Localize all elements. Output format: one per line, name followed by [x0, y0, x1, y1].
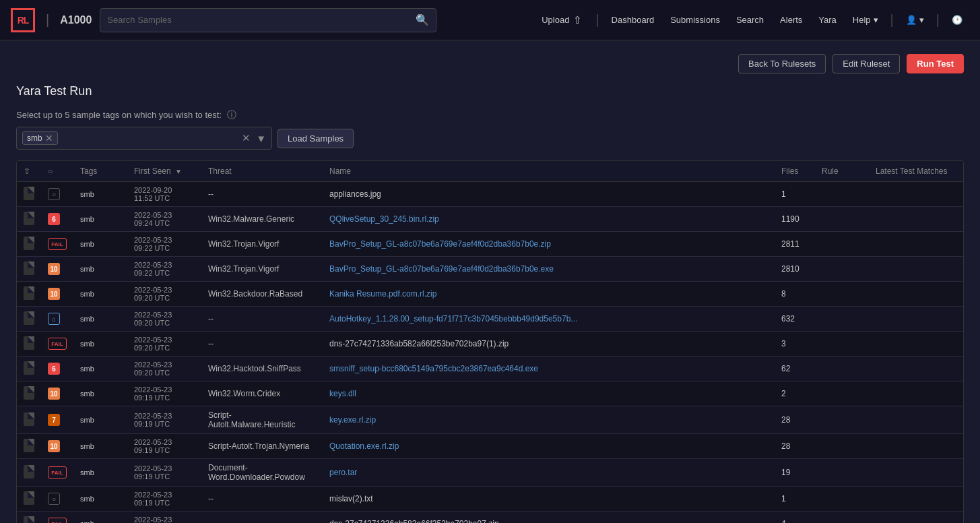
threat-cell: Script-Autolt.Malware.Heuristic: [201, 406, 323, 434]
history-button[interactable]: 🕑: [945, 11, 969, 29]
files-cell: 632: [775, 307, 815, 332]
rule-cell: [815, 207, 869, 232]
first-seen-cell: 2022-05-2309:19 UTC: [127, 406, 201, 434]
files-count: 1: [781, 494, 786, 503]
logo-icon: RL: [11, 8, 35, 32]
tag-value: smb: [80, 442, 94, 450]
name-cell[interactable]: QQliveSetup_30_245.bin.rl.zip: [323, 207, 775, 232]
name-cell[interactable]: key.exe.rl.zip: [323, 406, 775, 434]
badge-cell: FAIL: [41, 332, 73, 357]
threat-value: Script-Autolt.Malware.Heuristic: [208, 410, 295, 429]
back-to-rulesets-button[interactable]: Back To Rulesets: [738, 54, 826, 73]
col-header-first-seen[interactable]: First Seen ▼: [127, 161, 201, 182]
col-header-sort-up[interactable]: ⇧: [17, 161, 41, 182]
file-name-link[interactable]: keys.dll: [329, 389, 356, 398]
tag-cell: smb: [73, 182, 127, 207]
name-cell[interactable]: keys.dll: [323, 381, 775, 406]
nav-yara[interactable]: Yara: [812, 11, 843, 29]
logo[interactable]: RL: [11, 8, 35, 32]
files-count: 28: [781, 441, 790, 451]
file-name-link[interactable]: smsniff_setup-bcc680c5149a795cbc2e3867ea…: [329, 364, 538, 373]
name-cell[interactable]: appliances.jpg: [323, 182, 775, 207]
tag-chip-remove[interactable]: ✕: [45, 133, 53, 143]
rule-cell: [815, 381, 869, 406]
name-cell[interactable]: Quotation.exe.rl.zip: [323, 434, 775, 459]
file-name-link[interactable]: QQliveSetup_30_245.bin.rl.zip: [329, 214, 439, 224]
tag-cell: smb: [73, 459, 127, 487]
col-header-circle: ○: [41, 161, 73, 182]
table-row[interactable]: 10 smb 2022-05-2309:19 UTC Win32.Worm.Cr…: [17, 381, 963, 406]
name-cell[interactable]: AutoHotkey_1.1.28.00_setup-fd71f717c3b70…: [323, 307, 775, 332]
table-row[interactable]: ○ smb 2022-05-2309:19 UTC -- mislav(2).t…: [17, 487, 963, 512]
table-row[interactable]: 10 smb 2022-05-2309:22 UTC Win32.Trojan.…: [17, 257, 963, 282]
latest-test-cell: [869, 307, 963, 332]
file-name-link[interactable]: pero.tar: [329, 468, 357, 477]
clear-tags-button[interactable]: ✕: [242, 132, 251, 144]
table-row[interactable]: FAIL smb 2022-05-2309:22 UTC Win32.Troja…: [17, 232, 963, 257]
search-bar: 🔍: [100, 8, 436, 32]
badge-cell: 7: [41, 406, 73, 434]
table-row[interactable]: FAIL smb 2022-05-2309:19 UTC -- dns-27c7…: [17, 512, 963, 524]
load-samples-button[interactable]: Load Samples: [277, 129, 354, 148]
name-cell[interactable]: smsniff_setup-bcc680c5149a795cbc2e3867ea…: [323, 357, 775, 381]
threat-value: Document-Word.Downloader.Powdow: [208, 463, 305, 482]
tag-text-input[interactable]: [62, 133, 238, 144]
files-cell: 2811: [775, 232, 815, 257]
file-icon: [24, 516, 34, 524]
table-row[interactable]: 6 smb 2022-05-2309:24 UTC Win32.Malware.…: [17, 207, 963, 232]
upload-button[interactable]: Upload ⇧: [533, 10, 590, 30]
search-icon[interactable]: 🔍: [416, 13, 429, 26]
file-name-link[interactable]: BavPro_Setup_GL-a8c07be6a769e7aef4f0d2db…: [329, 239, 551, 249]
table-row[interactable]: 10 smb 2022-05-2309:20 UTC Win32.Backdoo…: [17, 282, 963, 307]
table-row[interactable]: 6 smb 2022-05-2309:20 UTC Win32.Hacktool…: [17, 357, 963, 381]
table-body: ○ smb 2022-09-2011:52 UTC -- appliances.…: [17, 182, 963, 524]
name-cell[interactable]: dns-27c74271336ab582a66f253be702ba97(1).…: [323, 332, 775, 357]
nav-submissions[interactable]: Submissions: [663, 11, 727, 29]
name-cell[interactable]: pero.tar: [323, 459, 775, 487]
nav-search[interactable]: Search: [729, 11, 771, 29]
nav-help[interactable]: Help ▾: [846, 11, 885, 29]
file-name-link[interactable]: key.exe.rl.zip: [329, 415, 376, 425]
latest-test-cell: [869, 406, 963, 434]
tag-value: smb: [80, 520, 94, 523]
tag-cell: smb: [73, 487, 127, 512]
table-row[interactable]: FAIL smb 2022-05-2309:20 UTC -- dns-27c7…: [17, 332, 963, 357]
file-icon-cell: [17, 332, 41, 357]
name-cell[interactable]: BavPro_Setup_GL-a8c07be6a769e7aef4f0d2db…: [323, 257, 775, 282]
threat-cell: Win32.Backdoor.RaBased: [201, 282, 323, 307]
app-title: A1000: [60, 14, 92, 26]
file-name-link[interactable]: AutoHotkey_1.1.28.00_setup-fd71f717c3b70…: [329, 314, 577, 324]
name-cell[interactable]: dns-27c74271336ab582a66f253be702ba97.zip: [323, 512, 775, 524]
table-row[interactable]: ⌂ smb 2022-05-2309:20 UTC -- AutoHotkey_…: [17, 307, 963, 332]
file-name-link[interactable]: Quotation.exe.rl.zip: [329, 441, 399, 451]
severity-badge: 10: [48, 288, 60, 300]
file-name-link[interactable]: BavPro_Setup_GL-a8c07be6a769e7aef4f0d2db…: [329, 264, 554, 274]
name-cell[interactable]: mislav(2).txt: [323, 487, 775, 512]
run-test-button[interactable]: Run Test: [907, 54, 964, 73]
help-icon[interactable]: ⓘ: [227, 109, 236, 120]
search-input[interactable]: [107, 15, 416, 25]
upload-label: Upload: [542, 15, 569, 25]
file-icon: [24, 439, 34, 452]
tag-dropdown-button[interactable]: ▼: [256, 133, 266, 144]
table-row[interactable]: 7 smb 2022-05-2309:19 UTC Script-Autolt.…: [17, 406, 963, 434]
threat-cell: --: [201, 512, 323, 524]
tag-value: smb: [80, 190, 94, 198]
table-row[interactable]: ○ smb 2022-09-2011:52 UTC -- appliances.…: [17, 182, 963, 207]
file-name-link[interactable]: Kanika Resume.pdf.com.rl.zip: [329, 289, 436, 299]
nav-alerts[interactable]: Alerts: [773, 11, 809, 29]
name-cell[interactable]: BavPro_Setup_GL-a8c07be6a769e7aef4f0d2db…: [323, 232, 775, 257]
name-cell[interactable]: Kanika Resume.pdf.com.rl.zip: [323, 282, 775, 307]
tag-input-container[interactable]: smb ✕ ✕ ▼: [16, 127, 272, 150]
user-menu-button[interactable]: 👤 ▾: [899, 11, 931, 29]
tag-cell: smb: [73, 512, 127, 524]
latest-test-cell: [869, 207, 963, 232]
table-row[interactable]: FAIL smb 2022-05-2309:19 UTC Document-Wo…: [17, 459, 963, 487]
first-seen-cell: 2022-05-2309:20 UTC: [127, 332, 201, 357]
fail-badge: FAIL: [48, 338, 67, 350]
col-header-tags: Tags: [73, 161, 127, 182]
files-cell: 1: [775, 182, 815, 207]
edit-ruleset-button[interactable]: Edit Ruleset: [832, 54, 900, 73]
table-row[interactable]: 10 smb 2022-05-2309:19 UTC Script-Autolt…: [17, 434, 963, 459]
nav-dashboard[interactable]: Dashboard: [605, 11, 661, 29]
